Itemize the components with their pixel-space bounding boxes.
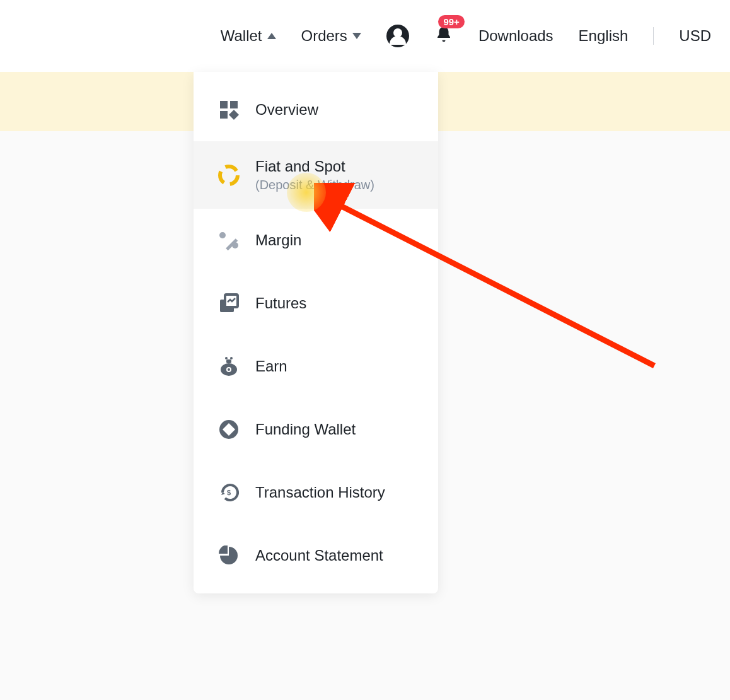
statement-icon — [217, 544, 240, 567]
language-label: English — [579, 27, 629, 45]
divider — [653, 27, 654, 45]
earn-icon — [217, 355, 240, 378]
menu-label: Funding Wallet — [255, 421, 356, 438]
menu-futures[interactable]: Futures — [194, 272, 438, 335]
svg-text:$: $ — [227, 489, 231, 496]
svg-rect-2 — [220, 111, 228, 119]
menu-fiat-spot[interactable]: Fiat and Spot (Deposit & Withdraw) — [194, 141, 438, 209]
menu-label: Overview — [255, 101, 318, 119]
funding-icon — [217, 418, 240, 441]
svg-point-4 — [220, 166, 238, 184]
menu-label: Fiat and Spot — [255, 158, 374, 175]
menu-label: Earn — [255, 358, 287, 375]
spot-icon — [217, 164, 240, 187]
downloads-label: Downloads — [478, 27, 553, 45]
menu-account-statement[interactable]: Account Statement — [194, 524, 438, 587]
menu-label: Account Statement — [255, 547, 383, 564]
wallet-nav[interactable]: Wallet — [221, 27, 276, 45]
orders-label: Orders — [301, 27, 347, 45]
svg-rect-1 — [230, 101, 238, 108]
menu-earn[interactable]: Earn — [194, 335, 438, 398]
menu-label: Margin — [255, 231, 301, 249]
svg-point-5 — [219, 232, 226, 238]
svg-point-15 — [230, 357, 233, 359]
svg-marker-3 — [229, 110, 239, 120]
menu-sublabel: (Deposit & Withdraw) — [255, 178, 374, 192]
svg-point-13 — [228, 368, 230, 371]
language-selector[interactable]: English — [579, 27, 629, 45]
orders-nav[interactable]: Orders — [301, 27, 361, 45]
grid-icon — [217, 98, 240, 121]
wallet-dropdown: Overview Fiat and Spot (Deposit & Withdr… — [194, 72, 438, 593]
menu-label: Transaction History — [255, 484, 385, 501]
menu-margin[interactable]: Margin — [194, 209, 438, 272]
history-icon: $ — [217, 481, 240, 504]
menu-overview[interactable]: Overview — [194, 78, 438, 141]
menu-transaction-history[interactable]: $ Transaction History — [194, 461, 438, 524]
topbar: Wallet Orders 99+ Downloads English USD — [0, 0, 730, 72]
menu-funding-wallet[interactable]: Funding Wallet — [194, 398, 438, 461]
user-icon[interactable] — [386, 25, 409, 47]
caret-down-icon — [352, 33, 361, 39]
svg-point-14 — [225, 357, 228, 359]
margin-icon — [217, 229, 240, 252]
currency-label: USD — [679, 27, 711, 45]
wallet-label: Wallet — [221, 27, 262, 45]
svg-rect-11 — [226, 359, 231, 363]
notifications-bell[interactable]: 99+ — [434, 25, 453, 47]
svg-rect-0 — [220, 101, 228, 108]
currency-selector[interactable]: USD — [679, 27, 711, 45]
futures-icon — [217, 292, 240, 315]
notification-badge: 99+ — [438, 15, 464, 28]
menu-label: Futures — [255, 295, 306, 312]
downloads-link[interactable]: Downloads — [478, 27, 553, 45]
caret-up-icon — [267, 33, 276, 39]
